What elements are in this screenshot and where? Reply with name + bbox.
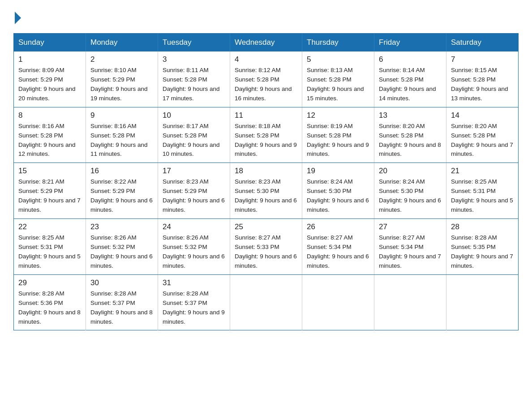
week-row-5: 29 Sunrise: 8:28 AMSunset: 5:36 PMDaylig… [14,274,519,330]
day-info: Sunrise: 8:09 AMSunset: 5:29 PMDaylight:… [18,67,76,102]
calendar-cell: 13 Sunrise: 8:20 AMSunset: 5:28 PMDaylig… [374,107,446,163]
day-info: Sunrise: 8:23 AMSunset: 5:30 PMDaylight:… [235,178,297,213]
week-row-1: 1 Sunrise: 8:09 AMSunset: 5:29 PMDayligh… [14,51,519,107]
calendar-cell: 5 Sunrise: 8:13 AMSunset: 5:28 PMDayligh… [302,51,374,107]
week-row-3: 15 Sunrise: 8:21 AMSunset: 5:29 PMDaylig… [14,163,519,219]
day-number: 25 [235,223,297,231]
day-info: Sunrise: 8:23 AMSunset: 5:29 PMDaylight:… [163,178,225,213]
calendar-table: SundayMondayTuesdayWednesdayThursdayFrid… [13,33,519,330]
day-info: Sunrise: 8:25 AMSunset: 5:31 PMDaylight:… [18,234,81,269]
day-info: Sunrise: 8:24 AMSunset: 5:30 PMDaylight:… [379,178,441,213]
day-info: Sunrise: 8:24 AMSunset: 5:30 PMDaylight:… [307,178,369,213]
calendar-cell: 10 Sunrise: 8:17 AMSunset: 5:28 PMDaylig… [158,107,230,163]
day-info: Sunrise: 8:28 AMSunset: 5:36 PMDaylight:… [18,290,81,325]
day-number: 27 [379,223,442,231]
day-number: 7 [451,55,514,64]
calendar-cell: 26 Sunrise: 8:27 AMSunset: 5:34 PMDaylig… [302,219,374,275]
calendar-cell: 1 Sunrise: 8:09 AMSunset: 5:29 PMDayligh… [14,51,86,107]
day-number: 12 [307,111,369,120]
calendar-cell: 28 Sunrise: 8:28 AMSunset: 5:35 PMDaylig… [446,219,519,275]
day-info: Sunrise: 8:28 AMSunset: 5:37 PMDaylight:… [90,290,153,325]
day-info: Sunrise: 8:25 AMSunset: 5:31 PMDaylight:… [451,178,513,213]
day-info: Sunrise: 8:16 AMSunset: 5:28 PMDaylight:… [18,123,76,158]
calendar-cell: 29 Sunrise: 8:28 AMSunset: 5:36 PMDaylig… [14,274,86,330]
day-number: 10 [163,111,225,120]
day-info: Sunrise: 8:26 AMSunset: 5:32 PMDaylight:… [163,234,225,269]
day-info: Sunrise: 8:14 AMSunset: 5:28 PMDaylight:… [379,67,436,102]
calendar-cell: 22 Sunrise: 8:25 AMSunset: 5:31 PMDaylig… [14,219,86,275]
calendar-cell: 8 Sunrise: 8:16 AMSunset: 5:28 PMDayligh… [14,107,86,163]
day-number: 31 [163,278,225,287]
calendar-cell: 25 Sunrise: 8:27 AMSunset: 5:33 PMDaylig… [230,219,302,275]
day-info: Sunrise: 8:19 AMSunset: 5:28 PMDaylight:… [307,123,369,158]
calendar-cell: 14 Sunrise: 8:20 AMSunset: 5:28 PMDaylig… [446,107,519,163]
calendar-cell: 21 Sunrise: 8:25 AMSunset: 5:31 PMDaylig… [446,163,519,219]
calendar-cell: 7 Sunrise: 8:15 AMSunset: 5:28 PMDayligh… [446,51,519,107]
day-info: Sunrise: 8:28 AMSunset: 5:37 PMDaylight:… [163,290,225,325]
day-number: 14 [451,111,514,120]
day-info: Sunrise: 8:28 AMSunset: 5:35 PMDaylight:… [451,234,513,269]
header-monday: Monday [86,34,158,52]
day-info: Sunrise: 8:10 AMSunset: 5:29 PMDaylight:… [90,67,148,102]
calendar-cell: 31 Sunrise: 8:28 AMSunset: 5:37 PMDaylig… [158,274,230,330]
day-number: 9 [90,111,153,120]
day-number: 11 [235,111,297,120]
day-info: Sunrise: 8:27 AMSunset: 5:34 PMDaylight:… [379,234,441,269]
calendar-cell: 23 Sunrise: 8:26 AMSunset: 5:32 PMDaylig… [86,219,158,275]
header-tuesday: Tuesday [158,34,230,52]
day-info: Sunrise: 8:18 AMSunset: 5:28 PMDaylight:… [235,123,297,158]
day-info: Sunrise: 8:17 AMSunset: 5:28 PMDaylight:… [163,123,220,158]
day-number: 13 [379,111,442,120]
header-thursday: Thursday [302,34,374,52]
calendar-cell: 12 Sunrise: 8:19 AMSunset: 5:28 PMDaylig… [302,107,374,163]
calendar-cell [446,274,519,330]
calendar-cell: 30 Sunrise: 8:28 AMSunset: 5:37 PMDaylig… [86,274,158,330]
day-number: 16 [90,167,153,176]
calendar-cell: 24 Sunrise: 8:26 AMSunset: 5:32 PMDaylig… [158,219,230,275]
day-number: 20 [379,167,442,176]
day-info: Sunrise: 8:20 AMSunset: 5:28 PMDaylight:… [379,123,441,158]
day-number: 18 [235,167,297,176]
day-number: 3 [163,55,225,64]
day-info: Sunrise: 8:22 AMSunset: 5:29 PMDaylight:… [90,178,153,213]
day-number: 29 [18,278,81,287]
week-row-4: 22 Sunrise: 8:25 AMSunset: 5:31 PMDaylig… [14,219,519,275]
calendar-cell: 3 Sunrise: 8:11 AMSunset: 5:28 PMDayligh… [158,51,230,107]
day-info: Sunrise: 8:16 AMSunset: 5:28 PMDaylight:… [90,123,148,158]
day-number: 22 [18,223,81,231]
calendar-cell: 17 Sunrise: 8:23 AMSunset: 5:29 PMDaylig… [158,163,230,219]
calendar-cell [230,274,302,330]
day-number: 6 [379,55,442,64]
day-number: 30 [90,278,153,287]
calendar-cell: 18 Sunrise: 8:23 AMSunset: 5:30 PMDaylig… [230,163,302,219]
logo [13,11,21,24]
day-number: 4 [235,55,297,64]
calendar-cell: 27 Sunrise: 8:27 AMSunset: 5:34 PMDaylig… [374,219,446,275]
day-number: 26 [307,223,369,231]
header-saturday: Saturday [446,34,519,52]
day-number: 8 [18,111,81,120]
header-sunday: Sunday [14,34,86,52]
calendar-cell: 9 Sunrise: 8:16 AMSunset: 5:28 PMDayligh… [86,107,158,163]
calendar-header-row: SundayMondayTuesdayWednesdayThursdayFrid… [14,34,519,52]
day-info: Sunrise: 8:15 AMSunset: 5:28 PMDaylight:… [451,67,508,102]
day-info: Sunrise: 8:27 AMSunset: 5:33 PMDaylight:… [235,234,297,269]
day-info: Sunrise: 8:26 AMSunset: 5:32 PMDaylight:… [90,234,153,269]
calendar-cell: 20 Sunrise: 8:24 AMSunset: 5:30 PMDaylig… [374,163,446,219]
day-info: Sunrise: 8:13 AMSunset: 5:28 PMDaylight:… [307,67,364,102]
day-info: Sunrise: 8:27 AMSunset: 5:34 PMDaylight:… [307,234,369,269]
day-number: 28 [451,223,514,231]
day-number: 15 [18,167,81,176]
day-info: Sunrise: 8:12 AMSunset: 5:28 PMDaylight:… [235,67,292,102]
calendar-cell: 19 Sunrise: 8:24 AMSunset: 5:30 PMDaylig… [302,163,374,219]
calendar-cell: 15 Sunrise: 8:21 AMSunset: 5:29 PMDaylig… [14,163,86,219]
day-number: 2 [90,55,153,64]
day-info: Sunrise: 8:20 AMSunset: 5:28 PMDaylight:… [451,123,513,158]
calendar-cell: 4 Sunrise: 8:12 AMSunset: 5:28 PMDayligh… [230,51,302,107]
calendar-cell: 16 Sunrise: 8:22 AMSunset: 5:29 PMDaylig… [86,163,158,219]
week-row-2: 8 Sunrise: 8:16 AMSunset: 5:28 PMDayligh… [14,107,519,163]
day-number: 1 [18,55,81,64]
calendar-cell [374,274,446,330]
day-number: 21 [451,167,514,176]
day-number: 23 [90,223,153,231]
